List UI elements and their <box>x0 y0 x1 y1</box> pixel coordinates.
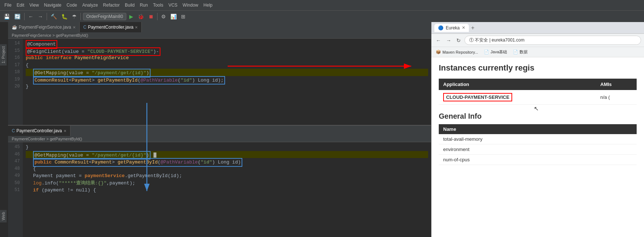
menu-build[interactable]: Build <box>123 2 137 8</box>
forward-button[interactable]: → <box>36 13 44 20</box>
info-header-name: Name <box>439 124 637 134</box>
tab-payment-feign-service[interactable]: ☕ PaymentFeignService.java ✕ <box>8 22 80 32</box>
menu-view[interactable]: View <box>27 2 41 8</box>
browser-panel: 🔵 Eureka ✕ + ← → ↻ ① 不安全 | eureka7001.co… <box>431 22 644 237</box>
ide-panel: 1: Project Web ☕ PaymentFeignService.jav… <box>0 22 431 237</box>
bookmark-java-label: Java基础 <box>491 49 507 55</box>
save-button[interactable]: 💾 <box>2 13 11 20</box>
code-line-16: public interface PaymentFeignService <box>26 54 428 62</box>
code-line-17: { <box>26 62 428 69</box>
run-button[interactable]: ▶ <box>128 13 135 20</box>
tab-close-1[interactable]: ✕ <box>73 25 76 29</box>
menu-file[interactable]: File <box>2 2 14 8</box>
maven-icon: 📦 <box>436 50 441 54</box>
bookmarks-bar: 📦 Maven Repository... 📄 Java基础 📄 数据 <box>431 47 644 57</box>
layout-button[interactable]: ⊞ <box>180 13 187 20</box>
bookmark-data[interactable]: 📄 数据 <box>511 49 529 55</box>
code-line-49: Payment payment = paymentService.getPaym… <box>26 172 428 180</box>
browser-titlebar: 🔵 Eureka ✕ + <box>431 22 644 34</box>
ant-button[interactable]: ⚙ <box>160 13 167 20</box>
code-view-top[interactable]: 14 15 16 17 18 19 20 <box>8 39 431 125</box>
editor-split: PaymentFeignService > getPaymentById() 1… <box>8 32 431 237</box>
menu-edit[interactable]: Edit <box>14 2 26 8</box>
code-line-51: if (payment != null) { <box>26 187 428 194</box>
menu-run[interactable]: Run <box>138 2 150 8</box>
general-info-heading: General Info <box>439 112 637 121</box>
bookmark-maven[interactable]: 📦 Maven Repository... <box>434 49 480 55</box>
menu-navigate[interactable]: Navigate <box>42 2 64 8</box>
stop-button[interactable]: ⏹ <box>147 13 155 20</box>
profile-button[interactable]: 📊 <box>169 13 178 20</box>
table-header-application: Application <box>439 79 596 90</box>
bookmark-maven-label: Maven Repository... <box>442 50 478 54</box>
code-content-top[interactable]: @Component @FeignClient(value = "CLOUD-P… <box>23 39 431 125</box>
code-content-bottom[interactable]: } @GetMapping(value = "/payment/get/{id}… <box>23 142 431 237</box>
tab-payment-controller[interactable]: C PaymentController.java ✕ <box>80 22 142 32</box>
menu-code[interactable]: Code <box>64 2 79 8</box>
debug-run-button[interactable]: 🐞 <box>136 13 145 20</box>
menu-help[interactable]: Help <box>201 2 215 8</box>
line-numbers-top: 14 15 16 17 18 19 20 <box>8 39 23 125</box>
sync-button[interactable]: 🔄 <box>13 13 22 20</box>
toolbar-separator-3 <box>80 13 81 20</box>
amis-value-cell: n/a ( <box>596 90 637 105</box>
nav-forward-button[interactable]: → <box>445 37 453 44</box>
new-tab-button[interactable]: + <box>471 25 474 31</box>
menu-vcs[interactable]: VCS <box>166 2 180 8</box>
tab-close-2[interactable]: ✕ <box>135 25 138 29</box>
tab-bottom-label: PaymentController.java <box>17 128 62 133</box>
code-line-50: log.info("*****查询结果:{}",payment); <box>26 180 428 187</box>
line-numbers-bottom: 45 46 47 48 49 50 51 <box>8 142 23 237</box>
address-bar[interactable]: ① 不安全 | eureka7001.com <box>464 36 641 45</box>
code-line-15: @FeignClient(value = "CLOUD-PAYMENT-SERV… <box>26 47 428 55</box>
code-line-45: } <box>26 144 428 151</box>
data-bookmark-icon: 📄 <box>513 50 518 54</box>
instances-table: Application AMIs CLOUD-PAYMENT-SERVICE n… <box>439 79 637 105</box>
code-line-18: @GetMapping(value = "/payment/get/{id}") <box>26 69 428 76</box>
tab-bottom-controller[interactable]: C PaymentController.java ✕ <box>8 126 70 136</box>
toolbar: 💾 🔄 ← → 🔨 🐛 ☂ OrderFeignMain80 ▶ 🐞 ⏹ ⚙ 📊… <box>0 10 644 22</box>
nav-back-button[interactable]: ← <box>434 37 442 44</box>
tab-label-2: PaymentController.java <box>88 25 133 30</box>
menu-window[interactable]: Window <box>180 2 200 8</box>
ctrl-icon: C <box>83 25 87 30</box>
java-bookmark-icon: 📄 <box>484 50 489 54</box>
web-tab[interactable]: Web <box>0 210 7 222</box>
bookmark-java[interactable]: 📄 Java基础 <box>482 49 509 55</box>
nav-refresh-button[interactable]: ↻ <box>455 37 462 44</box>
editor-pane-top: PaymentFeignService > getPaymentById() 1… <box>8 32 431 125</box>
editor-pane-bottom: C PaymentController.java ✕ PaymentContro… <box>8 125 431 237</box>
menu-tools[interactable]: Tools <box>151 2 166 8</box>
code-view-bottom[interactable]: 45 46 47 48 49 50 51 } <box>8 142 431 237</box>
top-tabs-bar: ☕ PaymentFeignService.java ✕ C PaymentCo… <box>8 22 431 32</box>
browser-tab-eureka[interactable]: 🔵 Eureka ✕ <box>434 24 469 32</box>
menu-refactor[interactable]: Refactor <box>101 2 122 8</box>
coverage-icon[interactable]: ☂ <box>70 13 78 20</box>
code-line-47: public CommonResult<Payment> getPaymentB… <box>26 158 428 165</box>
cloud-payment-cell: CLOUD-PAYMENT-SERVICE <box>439 90 596 105</box>
java-icon-1: ☕ <box>12 25 17 30</box>
back-button[interactable]: ← <box>27 13 35 20</box>
code-line-19: CommonResult<Payment> getPaymentById(@Pa… <box>26 76 428 83</box>
info-row-environment: environment <box>439 144 637 155</box>
breadcrumb-top: PaymentFeignService > getPaymentById() <box>8 32 431 39</box>
breadcrumb-bottom: PaymentController > getPaymentById() <box>8 136 431 142</box>
table-row-cloud-payment: CLOUD-PAYMENT-SERVICE n/a ( <box>439 90 637 105</box>
main-area: 1: Project Web ☕ PaymentFeignService.jav… <box>0 22 644 237</box>
general-info-table: Name total-avail-memory environment num-… <box>439 124 637 165</box>
menu-analyze[interactable]: Analyze <box>80 2 100 8</box>
eureka-heading: Instances currently regis <box>439 63 637 73</box>
debug-icon[interactable]: 🐛 <box>60 13 69 20</box>
tab-label-1: PaymentFeignService.java <box>19 25 71 30</box>
tab-close-bottom[interactable]: ✕ <box>64 129 66 133</box>
info-row-memory: total-avail-memory <box>439 134 637 144</box>
toolbar-separator-4 <box>157 13 158 20</box>
ctrl-icon-bottom: C <box>12 128 15 133</box>
cloud-service-label: CLOUD-PAYMENT-SERVICE <box>443 93 512 101</box>
project-tab[interactable]: 1: Project <box>0 44 7 65</box>
browser-tab-close[interactable]: ✕ <box>462 25 465 30</box>
eureka-favicon: 🔵 <box>438 25 444 30</box>
run-config-selector[interactable]: OrderFeignMain80 <box>83 13 126 20</box>
bookmark-data-label: 数据 <box>520 49 528 55</box>
build-icon[interactable]: 🔨 <box>49 13 58 20</box>
